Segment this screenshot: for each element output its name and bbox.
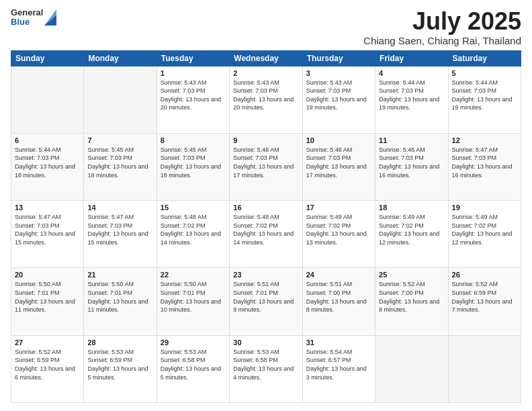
day-info: Sunrise: 5:53 AM Sunset: 6:58 PM Dayligh… xyxy=(233,348,298,381)
day-info: Sunrise: 5:44 AM Sunset: 7:03 PM Dayligh… xyxy=(379,79,444,112)
day-info: Sunrise: 5:47 AM Sunset: 7:03 PM Dayligh… xyxy=(87,213,152,246)
calendar-cell: 13Sunrise: 5:47 AM Sunset: 7:03 PM Dayli… xyxy=(11,201,84,268)
calendar-cell: 25Sunrise: 5:52 AM Sunset: 7:00 PM Dayli… xyxy=(375,268,448,335)
col-thursday: Thursday xyxy=(302,50,375,66)
logo-general-text: General xyxy=(11,8,43,17)
day-number: 21 xyxy=(87,271,152,279)
day-info: Sunrise: 5:49 AM Sunset: 7:02 PM Dayligh… xyxy=(306,213,371,246)
day-number: 1 xyxy=(161,69,226,77)
calendar-cell: 4Sunrise: 5:44 AM Sunset: 7:03 PM Daylig… xyxy=(375,66,448,133)
calendar-cell: 23Sunrise: 5:51 AM Sunset: 7:01 PM Dayli… xyxy=(230,268,302,335)
calendar-cell: 2Sunrise: 5:43 AM Sunset: 7:03 PM Daylig… xyxy=(230,66,302,133)
calendar-cell xyxy=(84,66,157,133)
calendar-cell: 20Sunrise: 5:50 AM Sunset: 7:01 PM Dayli… xyxy=(11,268,84,335)
day-info: Sunrise: 5:54 AM Sunset: 6:57 PM Dayligh… xyxy=(306,348,371,381)
day-info: Sunrise: 5:50 AM Sunset: 7:01 PM Dayligh… xyxy=(87,280,152,314)
calendar-cell: 10Sunrise: 5:46 AM Sunset: 7:03 PM Dayli… xyxy=(302,133,375,200)
day-number: 24 xyxy=(306,271,371,279)
calendar-cell: 12Sunrise: 5:47 AM Sunset: 7:03 PM Dayli… xyxy=(448,133,521,200)
day-number: 14 xyxy=(87,203,152,212)
day-info: Sunrise: 5:52 AM Sunset: 6:59 PM Dayligh… xyxy=(15,348,80,381)
calendar-cell: 11Sunrise: 5:46 AM Sunset: 7:03 PM Dayli… xyxy=(375,133,448,200)
day-number: 13 xyxy=(15,203,80,212)
calendar-cell: 30Sunrise: 5:53 AM Sunset: 6:58 PM Dayli… xyxy=(230,335,302,402)
day-info: Sunrise: 5:43 AM Sunset: 7:03 PM Dayligh… xyxy=(306,79,371,112)
calendar-week-row-2: 13Sunrise: 5:47 AM Sunset: 7:03 PM Dayli… xyxy=(11,201,521,268)
day-number: 18 xyxy=(379,203,444,212)
col-monday: Monday xyxy=(84,50,157,66)
day-info: Sunrise: 5:47 AM Sunset: 7:03 PM Dayligh… xyxy=(452,146,517,179)
day-number: 11 xyxy=(379,136,444,144)
day-number: 28 xyxy=(87,338,152,347)
day-info: Sunrise: 5:43 AM Sunset: 7:03 PM Dayligh… xyxy=(161,79,226,112)
logo-icon xyxy=(44,9,56,26)
day-number: 5 xyxy=(452,69,517,77)
day-info: Sunrise: 5:51 AM Sunset: 7:01 PM Dayligh… xyxy=(233,280,298,314)
calendar-cell: 19Sunrise: 5:49 AM Sunset: 7:02 PM Dayli… xyxy=(448,201,521,268)
day-number: 22 xyxy=(161,271,226,279)
calendar-cell: 14Sunrise: 5:47 AM Sunset: 7:03 PM Dayli… xyxy=(84,201,157,268)
day-info: Sunrise: 5:49 AM Sunset: 7:02 PM Dayligh… xyxy=(452,213,517,246)
day-number: 3 xyxy=(306,69,371,77)
title-location: Chiang Saen, Chiang Rai, Thailand xyxy=(363,35,521,46)
calendar-week-row-0: 1Sunrise: 5:43 AM Sunset: 7:03 PM Daylig… xyxy=(11,66,521,133)
day-info: Sunrise: 5:43 AM Sunset: 7:03 PM Dayligh… xyxy=(233,79,298,112)
col-wednesday: Wednesday xyxy=(230,50,302,66)
calendar-week-row-1: 6Sunrise: 5:44 AM Sunset: 7:03 PM Daylig… xyxy=(11,133,521,200)
day-number: 12 xyxy=(452,136,517,144)
day-number: 8 xyxy=(161,136,226,144)
calendar-cell: 17Sunrise: 5:49 AM Sunset: 7:02 PM Dayli… xyxy=(302,201,375,268)
header: General Blue July 2025 Chiang Saen, Chia… xyxy=(11,8,521,46)
day-info: Sunrise: 5:48 AM Sunset: 7:02 PM Dayligh… xyxy=(233,213,298,246)
day-info: Sunrise: 5:46 AM Sunset: 7:03 PM Dayligh… xyxy=(379,146,444,179)
calendar-cell: 8Sunrise: 5:45 AM Sunset: 7:03 PM Daylig… xyxy=(157,133,229,200)
calendar-header-row: Sunday Monday Tuesday Wednesday Thursday… xyxy=(11,50,521,66)
day-number: 25 xyxy=(379,271,444,279)
day-info: Sunrise: 5:53 AM Sunset: 6:58 PM Dayligh… xyxy=(161,348,226,381)
col-saturday: Saturday xyxy=(448,50,521,66)
calendar-cell xyxy=(448,335,521,402)
calendar-cell: 31Sunrise: 5:54 AM Sunset: 6:57 PM Dayli… xyxy=(302,335,375,402)
day-number: 4 xyxy=(379,69,444,77)
logo: General Blue xyxy=(11,8,56,28)
day-info: Sunrise: 5:52 AM Sunset: 6:59 PM Dayligh… xyxy=(452,280,517,314)
day-info: Sunrise: 5:50 AM Sunset: 7:01 PM Dayligh… xyxy=(161,280,226,314)
day-info: Sunrise: 5:50 AM Sunset: 7:01 PM Dayligh… xyxy=(15,280,80,314)
day-number: 31 xyxy=(306,338,371,347)
calendar-cell: 9Sunrise: 5:46 AM Sunset: 7:03 PM Daylig… xyxy=(230,133,302,200)
day-number: 27 xyxy=(15,338,80,347)
calendar-cell: 26Sunrise: 5:52 AM Sunset: 6:59 PM Dayli… xyxy=(448,268,521,335)
title-month: July 2025 xyxy=(363,8,521,35)
calendar-cell: 29Sunrise: 5:53 AM Sunset: 6:58 PM Dayli… xyxy=(157,335,229,402)
day-info: Sunrise: 5:51 AM Sunset: 7:00 PM Dayligh… xyxy=(306,280,371,314)
title-block: July 2025 Chiang Saen, Chiang Rai, Thail… xyxy=(363,8,521,46)
calendar-cell: 21Sunrise: 5:50 AM Sunset: 7:01 PM Dayli… xyxy=(84,268,157,335)
day-number: 6 xyxy=(15,136,80,144)
day-number: 10 xyxy=(306,136,371,144)
calendar-cell: 15Sunrise: 5:48 AM Sunset: 7:02 PM Dayli… xyxy=(157,201,229,268)
day-info: Sunrise: 5:44 AM Sunset: 7:03 PM Dayligh… xyxy=(452,79,517,112)
day-info: Sunrise: 5:44 AM Sunset: 7:03 PM Dayligh… xyxy=(15,146,80,179)
day-number: 29 xyxy=(161,338,226,347)
day-info: Sunrise: 5:48 AM Sunset: 7:02 PM Dayligh… xyxy=(161,213,226,246)
day-info: Sunrise: 5:53 AM Sunset: 6:59 PM Dayligh… xyxy=(87,348,152,381)
calendar-cell: 6Sunrise: 5:44 AM Sunset: 7:03 PM Daylig… xyxy=(11,133,84,200)
calendar-cell: 27Sunrise: 5:52 AM Sunset: 6:59 PM Dayli… xyxy=(11,335,84,402)
calendar-cell: 22Sunrise: 5:50 AM Sunset: 7:01 PM Dayli… xyxy=(157,268,229,335)
calendar-cell xyxy=(11,66,84,133)
logo-blue-text: Blue xyxy=(11,17,43,27)
calendar-cell: 5Sunrise: 5:44 AM Sunset: 7:03 PM Daylig… xyxy=(448,66,521,133)
day-info: Sunrise: 5:45 AM Sunset: 7:03 PM Dayligh… xyxy=(161,146,226,179)
calendar-cell: 1Sunrise: 5:43 AM Sunset: 7:03 PM Daylig… xyxy=(157,66,229,133)
calendar-cell: 24Sunrise: 5:51 AM Sunset: 7:00 PM Dayli… xyxy=(302,268,375,335)
day-number: 9 xyxy=(233,136,298,144)
calendar-cell: 18Sunrise: 5:49 AM Sunset: 7:02 PM Dayli… xyxy=(375,201,448,268)
calendar-cell: 7Sunrise: 5:45 AM Sunset: 7:03 PM Daylig… xyxy=(84,133,157,200)
calendar-week-row-4: 27Sunrise: 5:52 AM Sunset: 6:59 PM Dayli… xyxy=(11,335,521,402)
day-number: 26 xyxy=(452,271,517,279)
day-info: Sunrise: 5:47 AM Sunset: 7:03 PM Dayligh… xyxy=(15,213,80,246)
day-number: 20 xyxy=(15,271,80,279)
day-number: 17 xyxy=(306,203,371,212)
day-number: 19 xyxy=(452,203,517,212)
col-tuesday: Tuesday xyxy=(157,50,229,66)
